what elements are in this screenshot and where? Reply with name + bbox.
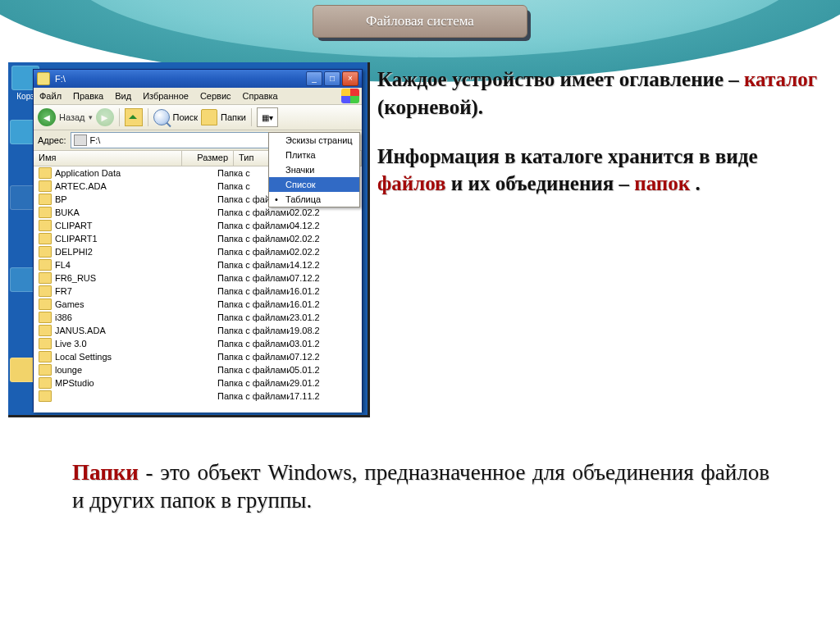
- table-row[interactable]: JANUS.ADAПапка с файлами19.08.2: [34, 324, 362, 337]
- view-icons[interactable]: Значки: [269, 162, 359, 177]
- view-list[interactable]: Список: [269, 177, 359, 192]
- address-value: F:\: [90, 135, 101, 145]
- address-label: Адрес:: [38, 135, 66, 145]
- slide-title-badge: Файловая система: [313, 5, 527, 38]
- folder-icon: [39, 285, 52, 297]
- views-button[interactable]: ▦▾: [257, 107, 278, 127]
- menu-file[interactable]: Файл: [34, 91, 67, 101]
- folder-icon: [39, 194, 52, 205]
- menu-tools[interactable]: Сервис: [194, 91, 237, 101]
- folder-icon: [39, 299, 52, 310]
- folder-icon: [39, 325, 52, 336]
- slide-title: Файловая система: [313, 5, 527, 38]
- folder-icon: [39, 207, 52, 218]
- menu-help[interactable]: Справка: [237, 91, 284, 101]
- menu-edit[interactable]: Правка: [67, 91, 109, 101]
- folders-label: Папки: [221, 112, 246, 122]
- folder-icon: [39, 338, 52, 349]
- minimize-button[interactable]: _: [306, 71, 322, 86]
- folder-icon: [39, 364, 52, 376]
- table-row[interactable]: BUKAПапка с файлами02.02.2: [34, 206, 362, 219]
- table-row[interactable]: i386Папка с файлами23.01.2: [34, 311, 362, 324]
- view-thumbnails[interactable]: Эскизы страниц: [269, 133, 359, 148]
- folder-icon: [39, 180, 52, 192]
- window-titlebar[interactable]: F:\ _ □ ×: [34, 70, 362, 88]
- col-name[interactable]: Имя: [34, 151, 182, 166]
- maximize-button[interactable]: □: [324, 71, 340, 86]
- table-row[interactable]: loungeПапка с файлами05.01.2: [34, 363, 362, 376]
- search-label: Поиск: [173, 112, 198, 122]
- body-text: Каждое устройство имеет оглавление – кат…: [377, 66, 824, 219]
- table-row[interactable]: FR6_RUSПапка с файлами07.12.2: [34, 271, 362, 285]
- close-button[interactable]: ×: [342, 71, 358, 86]
- explorer-screenshot: Корз F:\ _ □ × Файл Правка Вид Избранное…: [8, 62, 370, 417]
- folder-icon: [39, 377, 52, 389]
- folder-icon: [39, 220, 52, 231]
- drive-icon: [74, 134, 87, 146]
- table-row[interactable]: CLIPART1Папка с файлами02.02.2: [34, 232, 362, 245]
- address-field[interactable]: F:\ ▾: [71, 132, 299, 148]
- table-row[interactable]: FL4Папка с файлами14.12.2: [34, 258, 362, 271]
- up-folder-button[interactable]: [125, 108, 143, 126]
- forward-button[interactable]: ►: [96, 108, 114, 126]
- table-row[interactable]: Live 3.0Папка с файлами03.01.2: [34, 337, 362, 350]
- menu-favorites[interactable]: Избранное: [137, 91, 194, 101]
- folder-icon: [39, 246, 52, 258]
- window-title: F:\: [55, 74, 66, 84]
- toolbar: ◄ Назад ▾ ► Поиск Папки ▦▾: [34, 105, 362, 130]
- folder-icon: [39, 272, 52, 284]
- table-row[interactable]: MPStudioПапка с файлами29.01.2: [34, 376, 362, 390]
- table-row[interactable]: GamesПапка с файлами16.01.2: [34, 298, 362, 311]
- table-row[interactable]: Папка с файлами17.11.2: [34, 390, 362, 403]
- back-label: Назад: [59, 112, 85, 122]
- windows-logo-icon: [341, 89, 359, 103]
- folder-icon: [39, 390, 52, 402]
- menu-bar[interactable]: Файл Правка Вид Избранное Сервис Справка: [34, 88, 362, 105]
- menu-view[interactable]: Вид: [109, 91, 137, 101]
- search-icon[interactable]: [153, 109, 170, 125]
- table-row[interactable]: Local SettingsПапка с файлами07.12.2: [34, 350, 362, 363]
- folder-icon: [39, 312, 52, 323]
- folder-icon: [39, 233, 52, 244]
- table-row[interactable]: DELPHI2Папка с файлами02.02.2: [34, 245, 362, 258]
- folders-icon[interactable]: [201, 109, 217, 125]
- back-button[interactable]: ◄: [38, 108, 56, 126]
- folder-icon: [39, 259, 52, 271]
- definition-text: Папки - это объект Windows, предназначен…: [72, 459, 769, 515]
- drive-icon: [37, 72, 50, 85]
- folder-icon: [39, 167, 52, 179]
- table-row[interactable]: CLIPARTПапка с файлами04.12.2: [34, 219, 362, 232]
- view-table[interactable]: Таблица: [269, 192, 359, 207]
- view-dropdown[interactable]: Эскизы страниц Плитка Значки Список Табл…: [268, 132, 360, 207]
- col-size[interactable]: Размер: [182, 151, 234, 166]
- view-tiles[interactable]: Плитка: [269, 148, 359, 162]
- table-row[interactable]: FR7Папка с файлами16.01.2: [34, 285, 362, 298]
- folder-icon: [39, 351, 52, 362]
- explorer-window: F:\ _ □ × Файл Правка Вид Избранное Серв…: [33, 69, 363, 412]
